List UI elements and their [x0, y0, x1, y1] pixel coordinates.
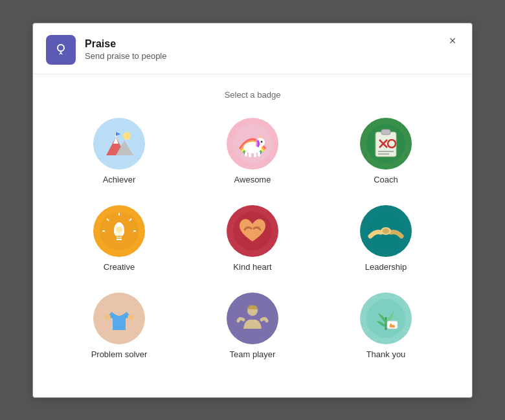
- svg-point-34: [116, 227, 122, 233]
- dialog-subtitle: Send praise to people: [85, 51, 166, 61]
- badge-teamplayer[interactable]: Team player: [207, 286, 298, 367]
- achiever-icon: [93, 118, 145, 170]
- teamplayer-icon: [227, 293, 278, 344]
- svg-point-38: [383, 228, 389, 234]
- svg-point-0: [52, 41, 70, 59]
- dialog-title: Praise: [85, 38, 166, 50]
- svg-rect-14: [249, 153, 251, 157]
- badge-kindheart[interactable]: Kind heart: [207, 199, 298, 280]
- svg-rect-13: [245, 151, 247, 157]
- svg-rect-19: [376, 132, 396, 157]
- awesome-icon: [227, 118, 278, 170]
- leadership-icon: [360, 205, 412, 257]
- badge-coach[interactable]: Coach: [341, 111, 431, 192]
- header-text: Praise Send praise to people: [85, 38, 166, 61]
- badge-achiever[interactable]: Achiever: [74, 111, 164, 192]
- svg-rect-15: [254, 153, 256, 157]
- svg-point-6: [123, 132, 131, 140]
- coach-icon: [360, 118, 412, 170]
- problemsolver-icon: [93, 293, 145, 344]
- badge-thankyou[interactable]: Thank you: [341, 286, 431, 367]
- thankyou-icon: [360, 293, 412, 344]
- badge-awesome[interactable]: Awesome: [207, 111, 298, 192]
- dialog-body: Select a badge: [33, 74, 472, 380]
- dialog-header: Praise Send praise to people ×: [33, 23, 472, 74]
- creative-label: Creative: [104, 262, 135, 272]
- close-button[interactable]: ×: [443, 32, 462, 50]
- badge-creative[interactable]: Creative: [74, 199, 164, 280]
- coach-label: Coach: [374, 175, 398, 184]
- svg-rect-16: [258, 151, 260, 157]
- svg-point-17: [261, 140, 263, 142]
- praise-dialog: Praise Send praise to people × Select a …: [32, 23, 473, 398]
- badge-grid: Achiever: [52, 111, 453, 367]
- leadership-label: Leadership: [365, 262, 407, 272]
- creative-icon: [93, 205, 145, 257]
- select-badge-label: Select a badge: [52, 90, 453, 100]
- badge-leadership[interactable]: Leadership: [341, 199, 431, 280]
- awesome-label: Awesome: [234, 175, 271, 184]
- teamplayer-label: Team player: [230, 349, 276, 359]
- kindheart-icon: [227, 205, 278, 257]
- badge-problemsolver[interactable]: Problem solver: [74, 286, 164, 367]
- praise-app-icon: [46, 35, 76, 65]
- kindheart-label: Kind heart: [233, 262, 271, 272]
- thankyou-label: Thank you: [366, 349, 406, 359]
- svg-rect-20: [381, 129, 390, 135]
- svg-rect-46: [390, 325, 392, 327]
- problemsolver-label: Problem solver: [91, 349, 148, 359]
- achiever-label: Achiever: [103, 175, 136, 184]
